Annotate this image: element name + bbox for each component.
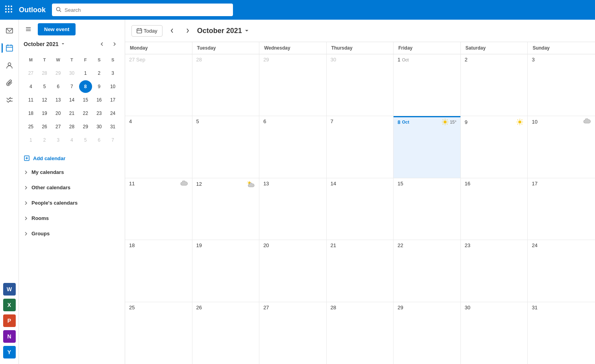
cal-cell[interactable]: 2 [461, 54, 528, 116]
cal-cell[interactable]: 28 [327, 302, 394, 364]
mini-cal-day[interactable]: 27 [52, 120, 65, 133]
mini-cal-day[interactable]: 12 [38, 94, 51, 106]
cal-cell[interactable]: 11 [125, 178, 192, 240]
mini-cal-day[interactable]: 4 [65, 134, 78, 146]
mini-cal-day[interactable]: 1 [24, 134, 37, 146]
mini-cal-day[interactable]: 30 [93, 120, 106, 133]
cal-cell[interactable]: 29 [394, 302, 461, 364]
cal-group-header[interactable]: Other calendars [19, 181, 125, 194]
mini-cal-title[interactable]: October 2021 [24, 41, 65, 47]
mini-cal-day[interactable]: 31 [106, 120, 119, 133]
mini-cal-day[interactable]: 25 [24, 120, 37, 133]
mini-cal-day[interactable]: 24 [106, 107, 119, 120]
mini-cal-day[interactable]: 15 [79, 94, 92, 106]
cal-cell[interactable]: 4 [125, 116, 192, 177]
new-event-button[interactable]: New event [38, 23, 76, 35]
cal-prev-button[interactable] [166, 24, 178, 37]
mini-cal-day[interactable]: 6 [93, 134, 106, 146]
hamburger-button[interactable] [22, 23, 35, 35]
mini-cal-day[interactable]: 20 [52, 107, 65, 120]
cal-cell[interactable]: 28 [192, 54, 260, 116]
mini-cal-day[interactable]: 17 [106, 94, 119, 106]
cal-cell[interactable]: 9 [461, 116, 528, 177]
cal-month-title[interactable]: October 2021 [197, 27, 249, 35]
mini-cal-day[interactable]: 28 [65, 120, 78, 133]
mini-cal-day[interactable]: 18 [24, 107, 37, 120]
cal-cell[interactable]: 1 Oct [394, 54, 461, 116]
cal-group-header[interactable]: People's calendars [19, 197, 125, 209]
mini-cal-day[interactable]: 14 [65, 94, 78, 106]
cal-cell[interactable]: 7 [327, 116, 394, 177]
mini-cal-day[interactable]: 21 [65, 107, 78, 120]
mini-cal-day[interactable]: 2 [93, 67, 106, 79]
cal-cell[interactable]: 26 [192, 302, 260, 364]
cal-cell[interactable]: 30 [461, 302, 528, 364]
mini-cal-day[interactable]: 27 [24, 67, 37, 79]
mini-cal-day[interactable]: 22 [79, 107, 92, 120]
cal-next-button[interactable] [181, 24, 194, 37]
cal-cell[interactable]: 31 [528, 302, 595, 364]
cal-cell[interactable]: 23 [461, 240, 528, 301]
mini-cal-day[interactable]: 10 [106, 80, 119, 93]
mini-cal-prev[interactable] [96, 39, 107, 50]
cal-cell[interactable]: 10 [528, 116, 595, 177]
cal-cell[interactable]: 3 [528, 54, 595, 116]
mini-cal-next[interactable] [109, 39, 120, 50]
mini-cal-day[interactable]: 3 [52, 134, 65, 146]
cal-group-header[interactable]: Groups [19, 227, 125, 240]
add-calendar-button[interactable]: Add calendar [19, 152, 125, 164]
app-onenote[interactable]: N [3, 330, 16, 343]
app-excel[interactable]: X [3, 299, 16, 311]
cal-cell[interactable]: 12 [192, 178, 260, 240]
mini-cal-day[interactable]: 30 [65, 67, 78, 79]
mini-cal-day[interactable]: 13 [52, 94, 65, 106]
cal-cell[interactable]: 16 [461, 178, 528, 240]
cal-cell[interactable]: 29 [259, 54, 327, 116]
cal-cell[interactable]: 24 [528, 240, 595, 301]
mini-cal-day[interactable]: 7 [65, 80, 78, 93]
mini-cal-day[interactable]: 5 [38, 80, 51, 93]
cal-cell[interactable]: 22 [394, 240, 461, 301]
cal-group-header[interactable]: My calendars [19, 166, 125, 178]
waffle-icon[interactable] [5, 5, 13, 15]
mini-cal-day[interactable]: 28 [38, 67, 51, 79]
mini-cal-day[interactable]: 1 [79, 67, 92, 79]
mini-cal-day[interactable]: 6 [52, 80, 65, 93]
nav-calendar[interactable] [2, 40, 17, 56]
mini-cal-day[interactable]: 9 [93, 80, 106, 93]
mini-cal-day[interactable]: 29 [52, 67, 65, 79]
cal-cell[interactable]: 15 [394, 178, 461, 240]
mini-cal-day[interactable]: 26 [38, 120, 51, 133]
cal-cell[interactable]: 6 [259, 116, 327, 177]
mini-cal-day[interactable]: 5 [79, 134, 92, 146]
mini-cal-day[interactable]: 3 [106, 67, 119, 79]
mini-cal-day[interactable]: 23 [93, 107, 106, 120]
cal-cell[interactable]: 25 [125, 302, 192, 364]
nav-people[interactable] [2, 57, 17, 73]
search-input[interactable] [65, 7, 229, 13]
cal-cell[interactable]: 14 [327, 178, 394, 240]
mini-cal-day[interactable]: 29 [79, 120, 92, 133]
cal-cell[interactable]: 30 [327, 54, 394, 116]
mini-cal-day[interactable]: 8 [79, 80, 92, 93]
mini-cal-day[interactable]: 19 [38, 107, 51, 120]
mini-cal-day[interactable]: 4 [24, 80, 37, 93]
app-powerpoint[interactable]: P [3, 314, 16, 327]
nav-mail[interactable] [2, 23, 17, 39]
app-word[interactable]: W [3, 283, 16, 296]
mini-cal-day[interactable]: 2 [38, 134, 51, 146]
today-button[interactable]: Today [131, 25, 163, 37]
cal-cell[interactable]: 19 [192, 240, 260, 301]
cal-cell[interactable]: 18 [125, 240, 192, 301]
nav-attach[interactable] [2, 75, 17, 91]
nav-tasks[interactable] [2, 92, 17, 108]
cal-cell[interactable]: 27 [259, 302, 327, 364]
mini-cal-day[interactable]: 7 [106, 134, 119, 146]
cal-cell[interactable]: 20 [259, 240, 327, 301]
cal-cell[interactable]: 27 Sep [125, 54, 192, 116]
mini-cal-day[interactable]: 16 [93, 94, 106, 106]
cal-cell[interactable]: 5 [192, 116, 260, 177]
cal-cell[interactable]: 21 [327, 240, 394, 301]
cal-cell[interactable]: 13 [259, 178, 327, 240]
cal-group-header[interactable]: Rooms [19, 212, 125, 224]
